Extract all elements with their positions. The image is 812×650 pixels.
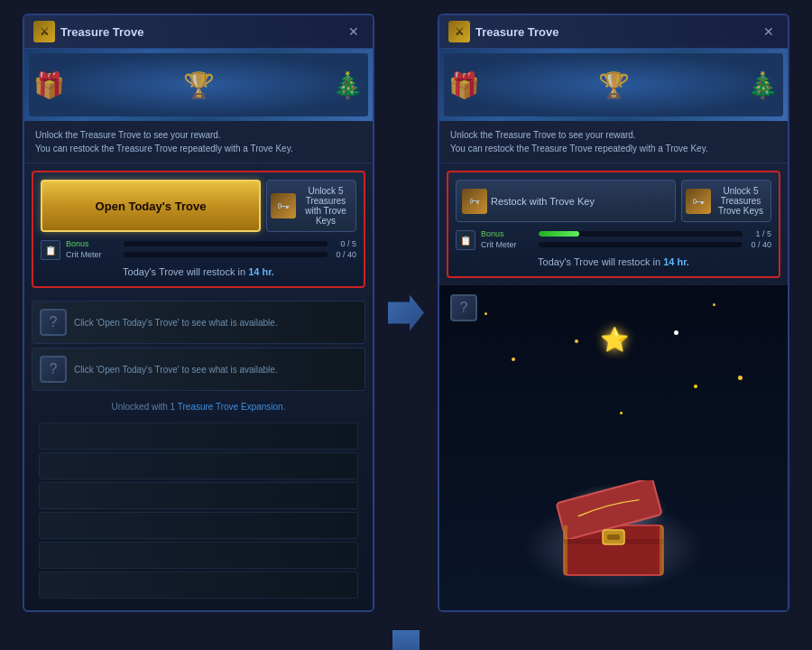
right-description: Unlock the Treasure Trove to see your re…: [439, 121, 788, 163]
right-desc-line2: You can restock the Treasure Trove repea…: [450, 142, 777, 155]
banner-right-decor: 🎄: [332, 70, 364, 100]
slot-text-1: Click 'Open Today's Trove' to see what i…: [74, 318, 278, 328]
particle-5: [512, 358, 515, 361]
crit-value-right: 0 / 40: [746, 240, 771, 249]
left-panel: ⚔ Treasure Trove ✕ 🎁 🏆 🎄 Unlock the Trea…: [23, 14, 374, 612]
left-actions-row: Open Today's Trove 🗝 Unlock 5 Treasures …: [41, 180, 356, 232]
svg-rect-5: [564, 525, 567, 575]
svg-rect-6: [660, 525, 663, 575]
open-today-trove-button[interactable]: Open Today's Trove: [41, 180, 261, 232]
restock-text-left: Today's Trove will restock in: [123, 266, 245, 277]
particle-4: [738, 376, 743, 380]
left-desc-line2: You can restock the Treasure Trove repea…: [35, 142, 362, 155]
right-desc-line1: Unlock the Treasure Trove to see your re…: [450, 128, 777, 142]
unlock-5-keys-button-right[interactable]: 🗝 Unlock 5 Treasures Trove Keys: [681, 180, 771, 222]
left-meters-info: Bonus 0 / 5 Crit Meter 0 / 40: [66, 239, 356, 261]
bonus-bar-fill-right: [539, 231, 579, 237]
locked-slot-4: [39, 512, 358, 539]
expansion-link[interactable]: Treasure Trove Expansion.: [178, 402, 286, 412]
slot-item-2: ? Click 'Open Today's Trove' to see what…: [32, 348, 365, 391]
expansion-notice: Unlocked with 1 Treasure Trove Expansion…: [32, 395, 365, 419]
arrow-between-panels: [383, 295, 429, 331]
chest-opening-area: ? ⭐: [439, 285, 788, 610]
crit-value-left: 0 / 40: [331, 250, 356, 259]
key-icon-right: 🗝: [686, 189, 711, 214]
chest-svg: [550, 480, 677, 580]
particle-7: [674, 330, 678, 335]
unlock-5-keys-button-left[interactable]: 🗝 Unlock 5 Treasures with Trove Keys: [266, 180, 356, 232]
chest-container: [550, 480, 677, 583]
restock-time-left: 14 hr.: [248, 266, 274, 277]
bonus-meter-line-right: Bonus 1 / 5: [481, 229, 771, 238]
star-icon: ⭐: [600, 326, 629, 354]
right-restock-timer: Today's Trove will restock in 14 hr.: [456, 253, 771, 269]
banner-center-decor: 🏆: [183, 70, 215, 100]
locked-slot-3: [39, 482, 358, 509]
crit-bar-bg-right: [539, 242, 743, 247]
crit-bar-bg-left: [124, 252, 328, 257]
key-icon-left: 🗝: [271, 193, 296, 218]
locked-slot-1: [39, 422, 358, 450]
right-banner: 🎁 🏆 🎄: [439, 49, 788, 121]
left-close-button[interactable]: ✕: [344, 23, 364, 41]
down-arrow-icon: [383, 630, 429, 650]
bonus-bar-bg-right: [539, 231, 743, 237]
bonus-meter-line-left: Bonus 0 / 5: [66, 239, 356, 248]
banner-left-decor: 🎁: [33, 70, 65, 100]
crit-label-left: Crit Meter: [66, 250, 120, 259]
right-arrow-icon: [388, 295, 424, 331]
left-title-icon: ⚔: [33, 21, 55, 42]
left-description: Unlock the Treasure Trove to see your re…: [24, 121, 373, 163]
left-restock-timer: Today's Trove will restock in 14 hr.: [41, 263, 356, 279]
slot-icon-2: ?: [40, 356, 67, 383]
left-banner: 🎁 🏆 🎄: [24, 49, 373, 121]
slot-item-1: ? Click 'Open Today's Trove' to see what…: [32, 301, 365, 344]
restock-with-trove-key-button[interactable]: 🗝 Restock with Trove Key: [456, 180, 676, 222]
crit-meter-line-right: Crit Meter 0 / 40: [481, 240, 771, 249]
restock-icon: 🗝: [462, 189, 487, 214]
unlock-5-label-left: Unlock 5 Treasures with Trove Keys: [300, 186, 352, 226]
right-panel-title: Treasure Trove: [475, 25, 559, 39]
right-meters-row: 📋 Bonus 1 / 5 Crit Meter: [456, 228, 771, 253]
main-container: ⚔ Treasure Trove ✕ 🎁 🏆 🎄 Unlock the Trea…: [0, 0, 812, 650]
bonus-value-right: 1 / 5: [746, 229, 771, 238]
unlock-5-label-right: Unlock 5 Treasures Trove Keys: [715, 186, 767, 216]
left-meters-row: 📋 Bonus 0 / 5 Crit Meter: [41, 237, 356, 263]
left-titlebar: ⚔ Treasure Trove ✕: [24, 15, 373, 49]
particle-1: [484, 312, 487, 315]
bonus-bar-bg-left: [124, 241, 328, 246]
right-banner-left-decor: 🎁: [448, 70, 480, 100]
right-banner-center-decor: 🏆: [598, 70, 630, 100]
restock-time-right: 14 hr.: [663, 256, 689, 267]
right-banner-right-decor: 🎄: [747, 70, 779, 100]
particle-3: [713, 303, 715, 306]
right-close-button[interactable]: ✕: [759, 23, 779, 41]
left-desc-line1: Unlock the Treasure Trove to see your re…: [35, 128, 362, 142]
opened-slot-icon: ?: [450, 294, 477, 321]
meter-icon-right: 📋: [456, 230, 475, 250]
right-title-icon: ⚔: [448, 21, 470, 42]
slot-icon-1: ?: [40, 309, 67, 336]
locked-slot-5: [39, 542, 358, 569]
bonus-label-right: Bonus: [481, 229, 535, 238]
locked-slot-6: [39, 571, 358, 599]
meter-icon-left: 📋: [41, 240, 60, 260]
panels-row: ⚔ Treasure Trove ✕ 🎁 🏆 🎄 Unlock the Trea…: [0, 0, 812, 626]
crit-meter-line-left: Crit Meter 0 / 40: [66, 250, 356, 259]
right-actions-row: 🗝 Restock with Trove Key 🗝 Unlock 5 Trea…: [456, 180, 771, 222]
expansion-text: Unlocked with 1: [112, 402, 178, 412]
locked-slot-2: [39, 452, 358, 479]
left-panel-title: Treasure Trove: [60, 25, 144, 39]
right-titlebar: ⚔ Treasure Trove ✕: [439, 15, 788, 49]
right-panel: ⚔ Treasure Trove ✕ 🎁 🏆 🎄 Unlock the Trea…: [438, 14, 789, 612]
restock-text-right: Today's Trove will restock in: [538, 256, 660, 267]
crit-label-right: Crit Meter: [481, 240, 535, 249]
particle-8: [694, 385, 697, 388]
svg-rect-4: [607, 534, 620, 540]
particle-2: [575, 339, 578, 343]
right-actions-box: 🗝 Restock with Trove Key 🗝 Unlock 5 Trea…: [447, 171, 780, 278]
bonus-label-left: Bonus: [66, 239, 120, 248]
bonus-value-left: 0 / 5: [331, 239, 356, 248]
right-meters-info: Bonus 1 / 5 Crit Meter 0 / 40: [481, 229, 771, 251]
restock-label: Restock with Trove Key: [491, 196, 595, 207]
